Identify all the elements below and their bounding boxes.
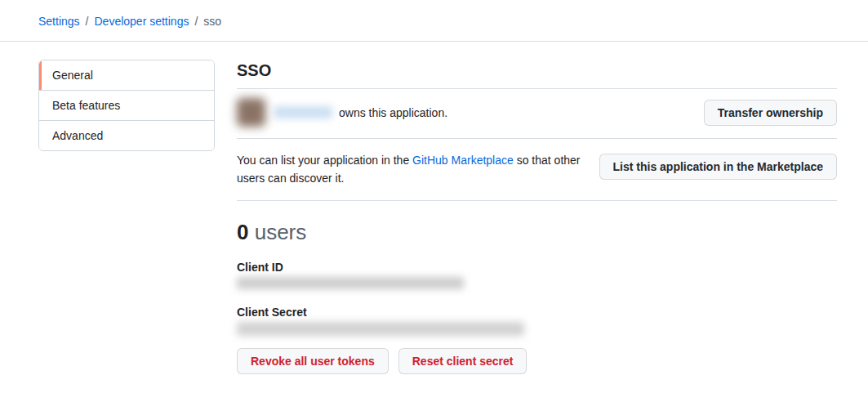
page-header: Settings / Developer settings / sso xyxy=(0,0,868,42)
settings-layout: General Beta features Advanced SSO owns … xyxy=(0,42,868,374)
users-label: users xyxy=(255,220,307,244)
github-marketplace-link[interactable]: GitHub Marketplace xyxy=(412,154,514,167)
ownership-section: owns this application. Transfer ownershi… xyxy=(237,89,837,139)
transfer-ownership-button[interactable]: Transfer ownership xyxy=(704,100,837,126)
breadcrumb-current-app: sso xyxy=(203,15,221,28)
client-id-label: Client ID xyxy=(237,261,837,274)
sidebar-item-advanced[interactable]: Advanced xyxy=(39,120,214,150)
danger-actions: Revoke all user tokens Reset client secr… xyxy=(237,348,837,374)
marketplace-section: You can list your application in the Git… xyxy=(237,139,837,201)
client-secret-section: Client Secret xyxy=(237,306,837,336)
client-secret-label: Client Secret xyxy=(237,306,837,319)
client-id-section: Client ID xyxy=(237,261,837,289)
client-id-value-redacted xyxy=(237,277,464,289)
marketplace-text-before: You can list your application in the xyxy=(237,154,412,167)
client-secret-value-redacted xyxy=(237,322,524,336)
breadcrumb-link-settings[interactable]: Settings xyxy=(38,15,80,28)
owner-name-link-redacted[interactable] xyxy=(274,106,332,118)
settings-sidebar: General Beta features Advanced xyxy=(38,60,215,151)
revoke-all-user-tokens-button[interactable]: Revoke all user tokens xyxy=(237,348,389,374)
marketplace-text: You can list your application in the Git… xyxy=(237,152,599,187)
sidebar-item-general[interactable]: General xyxy=(39,60,214,90)
list-in-marketplace-button[interactable]: List this application in the Marketplace xyxy=(599,154,838,180)
ownership-text: owns this application. xyxy=(339,106,447,119)
breadcrumb-link-developer-settings[interactable]: Developer settings xyxy=(94,15,189,28)
breadcrumb-separator: / xyxy=(86,15,89,28)
app-settings-main: SSO owns this application. Transfer owne… xyxy=(237,60,837,374)
reset-client-secret-button[interactable]: Reset client secret xyxy=(398,348,527,374)
page-title: SSO xyxy=(237,60,837,89)
owner-avatar xyxy=(237,98,265,127)
sidebar-item-beta-features[interactable]: Beta features xyxy=(39,90,214,120)
breadcrumb: Settings / Developer settings / sso xyxy=(38,15,837,28)
owner-info: owns this application. xyxy=(237,98,447,127)
users-count-heading: 0 users xyxy=(237,221,837,244)
breadcrumb-separator: / xyxy=(194,15,198,28)
users-count: 0 xyxy=(237,220,248,244)
